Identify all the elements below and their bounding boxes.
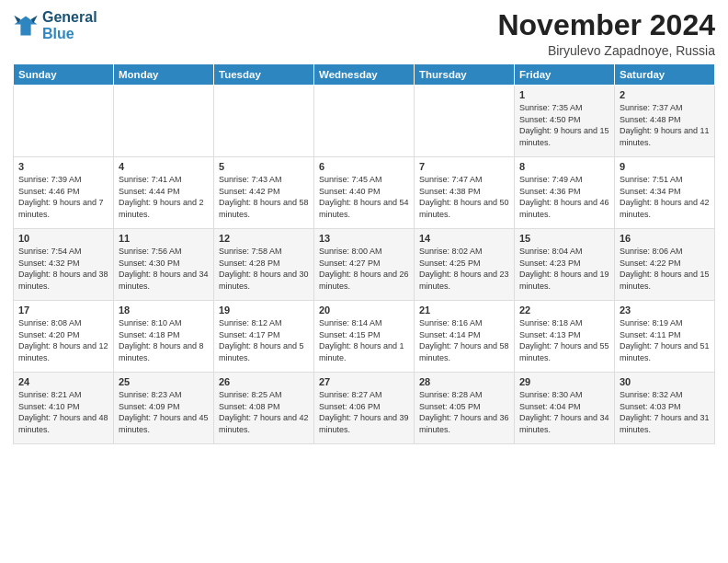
calendar-day: 24Sunrise: 8:21 AM Sunset: 4:10 PM Dayli… [14, 373, 114, 444]
calendar-day [114, 86, 214, 157]
col-friday: Friday [515, 64, 615, 86]
page-container: General Blue November 2024 Biryulevo Zap… [0, 0, 728, 450]
col-sunday: Sunday [14, 64, 114, 86]
month-title: November 2024 [497, 9, 715, 41]
calendar-day: 15Sunrise: 8:04 AM Sunset: 4:23 PM Dayli… [515, 229, 615, 301]
calendar-day: 22Sunrise: 8:18 AM Sunset: 4:13 PM Dayli… [515, 301, 615, 373]
day-info: Sunrise: 7:37 AM Sunset: 4:48 PM Dayligh… [620, 102, 710, 148]
calendar-day: 21Sunrise: 8:16 AM Sunset: 4:14 PM Dayli… [415, 301, 515, 373]
day-info: Sunrise: 8:06 AM Sunset: 4:22 PM Dayligh… [620, 246, 710, 292]
day-number: 10 [18, 233, 108, 244]
day-number: 12 [219, 233, 309, 244]
calendar-day [14, 86, 114, 157]
day-info: Sunrise: 8:04 AM Sunset: 4:23 PM Dayligh… [519, 246, 609, 292]
calendar-day [415, 86, 515, 157]
day-info: Sunrise: 7:43 AM Sunset: 4:42 PM Dayligh… [219, 174, 309, 220]
logo-text: General Blue [42, 9, 97, 41]
logo: General Blue [13, 9, 97, 41]
calendar-day: 13Sunrise: 8:00 AM Sunset: 4:27 PM Dayli… [314, 229, 415, 301]
calendar-week-1: 1Sunrise: 7:35 AM Sunset: 4:50 PM Daylig… [14, 86, 715, 157]
day-info: Sunrise: 8:27 AM Sunset: 4:06 PM Dayligh… [319, 389, 409, 435]
day-info: Sunrise: 8:12 AM Sunset: 4:17 PM Dayligh… [219, 317, 309, 363]
day-info: Sunrise: 8:21 AM Sunset: 4:10 PM Dayligh… [18, 389, 108, 435]
header: General Blue November 2024 Biryulevo Zap… [13, 9, 715, 58]
day-info: Sunrise: 7:47 AM Sunset: 4:38 PM Dayligh… [419, 174, 509, 220]
day-number: 5 [219, 161, 309, 172]
day-info: Sunrise: 8:02 AM Sunset: 4:25 PM Dayligh… [419, 246, 509, 292]
calendar-day: 6Sunrise: 7:45 AM Sunset: 4:40 PM Daylig… [314, 157, 415, 229]
day-info: Sunrise: 8:08 AM Sunset: 4:20 PM Dayligh… [18, 317, 108, 363]
day-info: Sunrise: 7:39 AM Sunset: 4:46 PM Dayligh… [18, 174, 108, 220]
day-number: 29 [519, 376, 609, 387]
day-number: 21 [419, 304, 509, 316]
col-thursday: Thursday [415, 64, 515, 86]
calendar-day: 27Sunrise: 8:27 AM Sunset: 4:06 PM Dayli… [314, 373, 415, 444]
day-number: 7 [419, 161, 509, 172]
calendar-day: 10Sunrise: 7:54 AM Sunset: 4:32 PM Dayli… [14, 229, 114, 301]
calendar-day: 7Sunrise: 7:47 AM Sunset: 4:38 PM Daylig… [415, 157, 515, 229]
day-number: 22 [519, 304, 609, 316]
day-number: 4 [119, 161, 209, 172]
day-info: Sunrise: 7:58 AM Sunset: 4:28 PM Dayligh… [219, 246, 309, 292]
calendar-day: 30Sunrise: 8:32 AM Sunset: 4:03 PM Dayli… [615, 373, 715, 444]
day-number: 8 [519, 161, 609, 172]
day-number: 20 [319, 304, 409, 316]
calendar-day: 5Sunrise: 7:43 AM Sunset: 4:42 PM Daylig… [214, 157, 314, 229]
calendar-day: 29Sunrise: 8:30 AM Sunset: 4:04 PM Dayli… [515, 373, 615, 444]
day-number: 1 [519, 89, 609, 100]
calendar-day: 20Sunrise: 8:14 AM Sunset: 4:15 PM Dayli… [314, 301, 415, 373]
day-number: 27 [319, 376, 409, 387]
day-info: Sunrise: 8:32 AM Sunset: 4:03 PM Dayligh… [620, 389, 710, 435]
calendar-week-4: 17Sunrise: 8:08 AM Sunset: 4:20 PM Dayli… [14, 301, 715, 373]
calendar-day: 12Sunrise: 7:58 AM Sunset: 4:28 PM Dayli… [214, 229, 314, 301]
calendar-day: 4Sunrise: 7:41 AM Sunset: 4:44 PM Daylig… [114, 157, 214, 229]
calendar-day: 3Sunrise: 7:39 AM Sunset: 4:46 PM Daylig… [14, 157, 114, 229]
location-subtitle: Biryulevo Zapadnoye, Russia [497, 43, 715, 58]
day-number: 19 [219, 304, 309, 316]
calendar-day: 11Sunrise: 7:56 AM Sunset: 4:30 PM Dayli… [114, 229, 214, 301]
day-number: 9 [620, 161, 710, 172]
day-number: 2 [620, 89, 710, 100]
calendar-day [314, 86, 415, 157]
col-tuesday: Tuesday [214, 64, 314, 86]
day-number: 3 [18, 161, 108, 172]
day-info: Sunrise: 8:18 AM Sunset: 4:13 PM Dayligh… [519, 317, 609, 363]
day-number: 24 [18, 376, 108, 387]
day-number: 23 [620, 304, 710, 316]
day-info: Sunrise: 8:25 AM Sunset: 4:08 PM Dayligh… [219, 389, 309, 435]
calendar-week-5: 24Sunrise: 8:21 AM Sunset: 4:10 PM Dayli… [14, 373, 715, 444]
calendar-day: 8Sunrise: 7:49 AM Sunset: 4:36 PM Daylig… [515, 157, 615, 229]
day-info: Sunrise: 7:51 AM Sunset: 4:34 PM Dayligh… [620, 174, 710, 220]
calendar-day: 23Sunrise: 8:19 AM Sunset: 4:11 PM Dayli… [615, 301, 715, 373]
day-info: Sunrise: 8:00 AM Sunset: 4:27 PM Dayligh… [319, 246, 409, 292]
day-info: Sunrise: 8:30 AM Sunset: 4:04 PM Dayligh… [519, 389, 609, 435]
day-info: Sunrise: 8:23 AM Sunset: 4:09 PM Dayligh… [119, 389, 209, 435]
calendar-day: 9Sunrise: 7:51 AM Sunset: 4:34 PM Daylig… [615, 157, 715, 229]
day-number: 30 [620, 376, 710, 387]
day-number: 15 [519, 233, 609, 244]
day-number: 6 [319, 161, 409, 172]
col-wednesday: Wednesday [314, 64, 415, 86]
day-number: 16 [620, 233, 710, 244]
calendar-week-3: 10Sunrise: 7:54 AM Sunset: 4:32 PM Dayli… [14, 229, 715, 301]
calendar-week-2: 3Sunrise: 7:39 AM Sunset: 4:46 PM Daylig… [14, 157, 715, 229]
day-info: Sunrise: 7:35 AM Sunset: 4:50 PM Dayligh… [519, 102, 609, 148]
calendar-day [214, 86, 314, 157]
day-number: 28 [419, 376, 509, 387]
calendar-day: 19Sunrise: 8:12 AM Sunset: 4:17 PM Dayli… [214, 301, 314, 373]
day-number: 26 [219, 376, 309, 387]
logo-icon [13, 13, 39, 39]
day-info: Sunrise: 7:56 AM Sunset: 4:30 PM Dayligh… [119, 246, 209, 292]
calendar-day: 26Sunrise: 8:25 AM Sunset: 4:08 PM Dayli… [214, 373, 314, 444]
day-info: Sunrise: 8:16 AM Sunset: 4:14 PM Dayligh… [419, 317, 509, 363]
calendar-day: 16Sunrise: 8:06 AM Sunset: 4:22 PM Dayli… [615, 229, 715, 301]
day-info: Sunrise: 7:41 AM Sunset: 4:44 PM Dayligh… [119, 174, 209, 220]
calendar-table: Sunday Monday Tuesday Wednesday Thursday… [13, 63, 715, 444]
day-info: Sunrise: 7:54 AM Sunset: 4:32 PM Dayligh… [18, 246, 108, 292]
day-info: Sunrise: 7:45 AM Sunset: 4:40 PM Dayligh… [319, 174, 409, 220]
day-info: Sunrise: 8:10 AM Sunset: 4:18 PM Dayligh… [119, 317, 209, 363]
day-number: 25 [119, 376, 209, 387]
col-monday: Monday [114, 64, 214, 86]
calendar-day: 1Sunrise: 7:35 AM Sunset: 4:50 PM Daylig… [515, 86, 615, 157]
title-block: November 2024 Biryulevo Zapadnoye, Russi… [497, 9, 715, 58]
